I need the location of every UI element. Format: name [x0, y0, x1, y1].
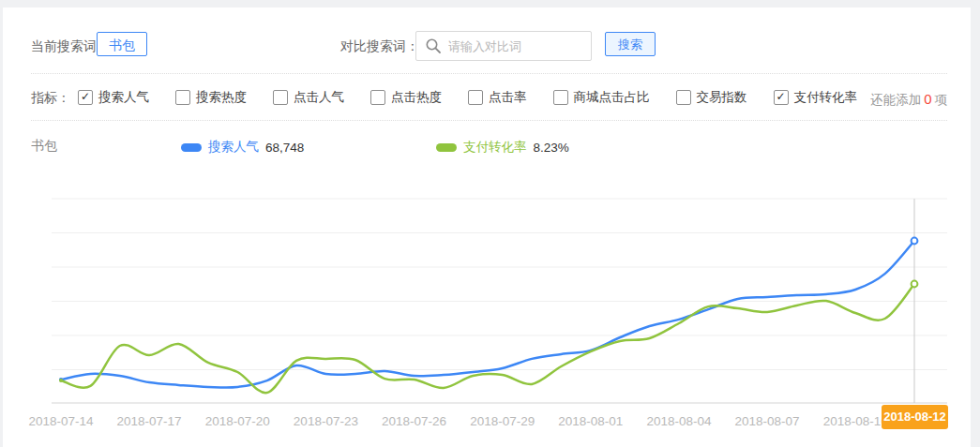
- highlighted-date-badge: 2018-08-12: [882, 405, 948, 429]
- series-line-green: [61, 284, 914, 393]
- x-tick-label: 2018-07-26: [382, 414, 446, 428]
- x-tick-label: 2018-07-14: [28, 414, 94, 428]
- x-axis-labels: 2018-07-142018-07-172018-07-202018-07-23…: [28, 414, 887, 428]
- x-tick-label: 2018-08-07: [735, 414, 800, 428]
- x-tick-label: 2018-07-20: [205, 414, 270, 428]
- x-tick-label: 2018-08-01: [558, 414, 623, 428]
- series-end-marker-blue: [912, 238, 918, 245]
- x-tick-label: 2018-08-04: [646, 414, 712, 428]
- series-end-marker-green: [912, 281, 918, 288]
- series-line-blue: [61, 241, 914, 387]
- x-tick-label: 2018-07-23: [294, 414, 358, 428]
- page: 当前搜索词： 书包 对比搜索词： 搜索 指标： ✓搜索人气搜索热度点击人气点击热…: [0, 0, 980, 447]
- x-tick-label: 2018-07-29: [470, 414, 535, 428]
- trend-line-chart[interactable]: 2018-07-142018-07-172018-07-202018-07-23…: [0, 0, 980, 447]
- x-tick-label: 2018-07-17: [117, 414, 182, 428]
- x-tick-label: 2018-08-10: [823, 414, 888, 428]
- series-start-dot: [59, 379, 63, 382]
